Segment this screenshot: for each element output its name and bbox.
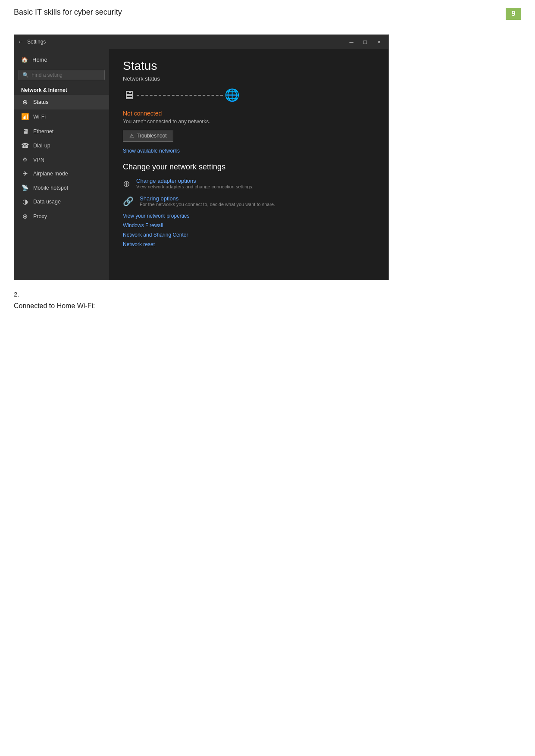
page-body: 2. Connected to Home Wi-Fi:	[0, 291, 535, 310]
title-bar-left: ← Settings	[18, 38, 46, 45]
pc-icon: 🖥	[123, 88, 135, 102]
sharing-icon: 🔗	[123, 196, 134, 206]
sidebar-search[interactable]: 🔍	[19, 70, 105, 80]
sidebar-item-label-airplane: Airplane mode	[33, 171, 68, 177]
sidebar-item-vpn[interactable]: ⚙ VPN	[14, 153, 109, 166]
sharing-center-link[interactable]: Network and Sharing Center	[123, 232, 375, 238]
network-diagram: 🖥 🌐	[123, 88, 375, 102]
status-heading: Status	[123, 59, 375, 73]
sidebar-item-proxy[interactable]: ⊕ Proxy	[14, 209, 109, 224]
troubleshoot-label: Troubleshoot	[137, 133, 167, 139]
airplane-icon: ✈	[21, 170, 29, 178]
sidebar-item-wifi[interactable]: 📶 Wi-Fi	[14, 109, 109, 124]
sidebar-item-label-wifi: Wi-Fi	[33, 114, 46, 120]
adapter-title[interactable]: Change adapter options	[136, 178, 253, 184]
sidebar-item-label-vpn: VPN	[33, 157, 44, 163]
adapter-option: ⊕ Change adapter options View network ad…	[123, 178, 375, 189]
page-header: Basic IT skills for cyber security 9	[0, 0, 535, 24]
sidebar-item-label-ethernet: Ethernet	[33, 128, 53, 134]
hotspot-icon: 📡	[21, 184, 29, 191]
sidebar-home[interactable]: 🏠 Home	[14, 52, 109, 67]
home-label: Home	[32, 56, 47, 63]
datausage-icon: ◑	[21, 198, 29, 206]
title-bar-controls: ─ □ ×	[345, 37, 385, 47]
maximize-button[interactable]: □	[359, 37, 371, 47]
title-bar-label: Settings	[27, 39, 46, 45]
main-panel: Status Network status 🖥 🌐 Not connected …	[109, 49, 388, 280]
sidebar-item-airplane[interactable]: ✈ Airplane mode	[14, 166, 109, 181]
sidebar-item-label-status: Status	[33, 99, 48, 105]
sidebar-item-dialup[interactable]: ☎ Dial-up	[14, 138, 109, 153]
not-connected-text: Not connected	[123, 110, 375, 117]
sharing-option: 🔗 Sharing options For the networks you c…	[123, 195, 375, 207]
sharing-desc: For the networks you connect to, decide …	[140, 202, 275, 207]
troubleshoot-button[interactable]: ⚠ Troubleshoot	[123, 130, 173, 142]
home-icon: 🏠	[21, 56, 28, 63]
network-dashes	[137, 95, 223, 96]
minimize-button[interactable]: ─	[345, 37, 357, 47]
sidebar-item-label-proxy: Proxy	[33, 213, 47, 219]
wifi-icon: 📶	[21, 113, 29, 121]
sidebar: 🏠 Home 🔍 Network & Internet ⊕ Status 📶 W…	[14, 49, 109, 280]
search-input[interactable]	[31, 72, 88, 78]
proxy-icon: ⊕	[21, 212, 29, 220]
status-icon: ⊕	[21, 98, 29, 106]
close-button[interactable]: ×	[373, 37, 385, 47]
vpn-icon: ⚙	[21, 156, 29, 163]
warning-icon: ⚠	[129, 133, 134, 139]
change-settings-heading: Change your network settings	[123, 162, 375, 172]
sidebar-category-label: Network & Internet	[14, 83, 109, 95]
adapter-desc: View network adapters and change connect…	[136, 184, 253, 189]
not-connected-sub: You aren't connected to any networks.	[123, 119, 375, 125]
network-status-label: Network status	[123, 75, 375, 82]
sidebar-item-ethernet[interactable]: 🖥 Ethernet	[14, 124, 109, 138]
ethernet-icon: 🖥	[21, 128, 29, 135]
globe-icon: 🌐	[225, 88, 240, 102]
back-button[interactable]: ←	[18, 38, 24, 45]
sidebar-item-hotspot[interactable]: 📡 Mobile hotspot	[14, 181, 109, 194]
item-number: 2.	[14, 291, 521, 298]
show-available-link[interactable]: Show available networks	[123, 148, 375, 154]
settings-body: 🏠 Home 🔍 Network & Internet ⊕ Status 📶 W…	[14, 49, 388, 280]
sidebar-item-label-hotspot: Mobile hotspot	[33, 185, 68, 191]
sidebar-item-label-dialup: Dial-up	[33, 143, 50, 149]
page-title: Basic IT skills for cyber security	[14, 8, 122, 17]
page-number-badge: 9	[506, 8, 521, 20]
sharing-title[interactable]: Sharing options	[140, 195, 275, 202]
windows-firewall-link[interactable]: Windows Firewall	[123, 222, 375, 228]
sidebar-item-status[interactable]: ⊕ Status	[14, 95, 109, 109]
sidebar-item-datausage[interactable]: ◑ Data usage	[14, 194, 109, 209]
item-text: Connected to Home Wi-Fi:	[14, 302, 521, 310]
search-icon: 🔍	[22, 72, 29, 78]
adapter-icon: ⊕	[123, 178, 130, 189]
dialup-icon: ☎	[21, 142, 29, 150]
title-bar: ← Settings ─ □ ×	[14, 35, 388, 49]
settings-window: ← Settings ─ □ × 🏠 Home 🔍 Network & Inte…	[14, 34, 389, 280]
view-properties-link[interactable]: View your network properties	[123, 213, 375, 219]
network-reset-link[interactable]: Network reset	[123, 241, 375, 247]
sidebar-item-label-datausage: Data usage	[33, 199, 61, 205]
